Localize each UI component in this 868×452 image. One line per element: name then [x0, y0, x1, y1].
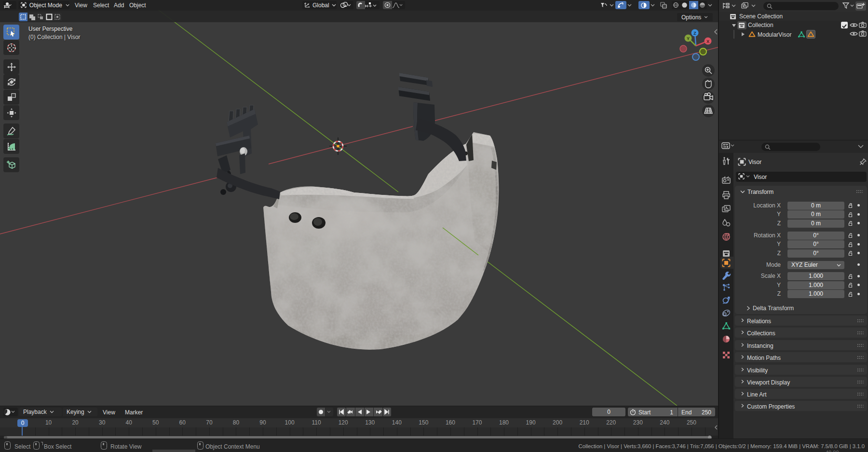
svg-text:Y: Y [687, 36, 690, 41]
svg-text:Z: Z [693, 31, 696, 36]
svg-text:X: X [706, 39, 709, 44]
